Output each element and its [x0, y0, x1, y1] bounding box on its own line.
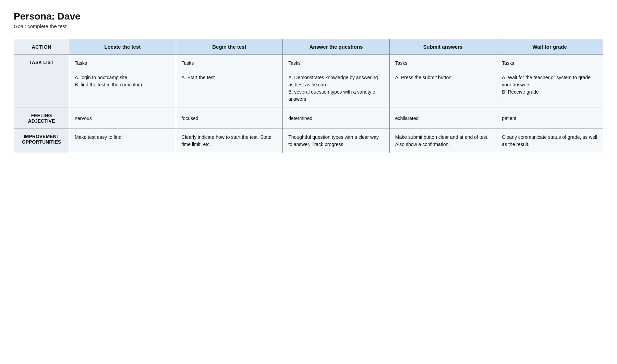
cell-1-3: exhilarated — [389, 108, 496, 129]
cell-0-0: TasksA. login to bootcamp siteB. find th… — [69, 55, 176, 108]
cell-1-0: nervous — [69, 108, 176, 129]
row-label-1: FEELING ADJECTIVE — [14, 108, 69, 129]
col-header-wait: Wait for grade — [496, 39, 603, 55]
col-header-answer: Answer the questions — [283, 39, 390, 55]
cell-2-0: Make test easy to find. — [69, 129, 176, 153]
cell-0-3: TasksA. Press the submit button — [389, 55, 496, 108]
cell-2-1: Clearly indicate how to start the test. … — [176, 129, 283, 153]
page-title: Persona: Dave — [14, 11, 603, 22]
cell-2-4: Clearly communicate status of grade, as … — [496, 129, 603, 153]
col-header-locate: Locate the test — [69, 39, 176, 55]
cell-2-2: Thoughtful question types with a clear w… — [283, 129, 390, 153]
row-label-2: IMPROVEMENT OPPORTUNITIES — [14, 129, 69, 153]
table-header-row: ACTION Locate the test Begin the test An… — [14, 39, 603, 55]
action-header-label: ACTION — [14, 39, 69, 55]
journey-map-table: ACTION Locate the test Begin the test An… — [14, 39, 603, 153]
table-row-0: TASK LISTTasksA. login to bootcamp siteB… — [14, 55, 603, 108]
cell-1-4: patient — [496, 108, 603, 129]
table-row-2: IMPROVEMENT OPPORTUNITIESMake test easy … — [14, 129, 603, 153]
col-header-begin: Begin the test — [176, 39, 283, 55]
cell-0-2: TasksA. Demonstrates knowledge by answer… — [283, 55, 390, 108]
cell-2-3: Make submit button clear and at end of t… — [389, 129, 496, 153]
table-row-1: FEELING ADJECTIVEnervousfocuseddetermine… — [14, 108, 603, 129]
col-header-submit: Submit answers — [389, 39, 496, 55]
page-subtitle: Goal: complete the test — [14, 23, 603, 29]
row-label-0: TASK LIST — [14, 55, 69, 108]
cell-0-4: TasksA. Wait for the teacher or system t… — [496, 55, 603, 108]
cell-1-2: determined — [283, 108, 390, 129]
cell-0-1: TasksA. Start the test — [176, 55, 283, 108]
cell-1-1: focused — [176, 108, 283, 129]
